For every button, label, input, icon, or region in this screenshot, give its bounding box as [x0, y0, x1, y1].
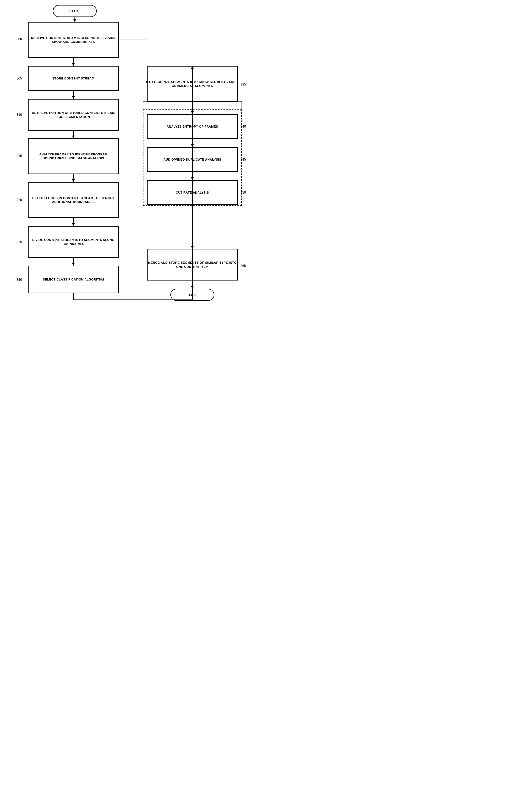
label-300: 300 [16, 37, 22, 41]
box-355-label: MERGE AND STORE SEGMENTS OF SIMILAR TYPE… [147, 261, 237, 269]
svg-marker-34 [191, 286, 194, 289]
label-310: 310 [16, 113, 22, 117]
box-305-label: STORE CONTENT STREAM [52, 76, 94, 80]
label-330: 330 [16, 278, 22, 281]
start-label: START [69, 9, 80, 13]
box-305: STORE CONTENT STREAM [28, 66, 119, 91]
svg-marker-13 [72, 263, 75, 266]
svg-marker-7 [72, 136, 75, 138]
label-320: 320 [16, 198, 22, 202]
flowchart: START RECEIVE CONTENT STREAM INCLUDING T… [0, 0, 266, 406]
box-325: DIVIDE CONTENT STREAM INTO SEGMENTS ALON… [28, 226, 119, 258]
box-315-label: ANALYZE FRAMES TO IDENTIFY PROGRAM BOUND… [29, 152, 118, 160]
box-310-label: RETRIEVE PORTION OF STORED CONTENT STREA… [29, 111, 118, 119]
label-305: 305 [16, 76, 22, 80]
svg-marker-3 [72, 63, 75, 66]
box-345: AUDIO/VIDEO DUPLICATE ANALYSIS [147, 147, 238, 172]
box-340: ANALYZE ENTROPY OF FRAMES [147, 114, 238, 139]
label-350: 350 [240, 190, 246, 195]
svg-marker-32 [191, 246, 194, 249]
svg-marker-1 [73, 19, 76, 22]
box-345-label: AUDIO/VIDEO DUPLICATE ANALYSIS [163, 157, 221, 162]
label-340: 340 [240, 125, 246, 128]
box-330: SELECT CLASSIFICATION ALGORITHM [28, 266, 119, 293]
box-340-label: ANALYZE ENTROPY OF FRAMES [167, 125, 218, 128]
box-335: CATEGORIZE SEGMENTS INTO SHOW SEGMENTS A… [147, 66, 238, 102]
svg-marker-5 [72, 96, 75, 99]
box-335-label: CATEGORIZE SEGMENTS INTO SHOW SEGMENTS A… [147, 80, 237, 88]
box-315: ANALYZE FRAMES TO IDENTIFY PROGRAM BOUND… [28, 138, 119, 174]
box-355: MERGE AND STORE SEGMENTS OF SIMILAR TYPE… [147, 249, 238, 280]
box-330-label: SELECT CLASSIFICATION ALGORITHM [43, 277, 104, 281]
box-350: CUT RATE ANALYSIS [147, 180, 238, 205]
label-355: 355 [240, 264, 246, 268]
svg-marker-9 [72, 179, 75, 182]
label-325: 325 [16, 240, 22, 244]
label-315: 315 [16, 154, 22, 158]
end-shape: END [170, 289, 214, 301]
box-320: DETECT LOGOS IN CONTENT STREAM TO IDENTI… [28, 182, 119, 218]
box-310: RETRIEVE PORTION OF STORED CONTENT STREA… [28, 99, 119, 131]
start-shape: START [53, 5, 97, 17]
end-label: END [189, 293, 196, 297]
svg-marker-11 [72, 223, 75, 226]
label-335: 335 [240, 82, 246, 86]
label-345: 345 [240, 157, 246, 162]
box-300-label: RECEIVE CONTENT STREAM INCLUDING TELEVIS… [29, 36, 118, 44]
box-325-label: DIVIDE CONTENT STREAM INTO SEGMENTS ALON… [29, 238, 118, 246]
box-300: RECEIVE CONTENT STREAM INCLUDING TELEVIS… [28, 22, 119, 58]
box-320-label: DETECT LOGOS IN CONTENT STREAM TO IDENTI… [29, 196, 118, 204]
box-350-label: CUT RATE ANALYSIS [176, 190, 209, 195]
